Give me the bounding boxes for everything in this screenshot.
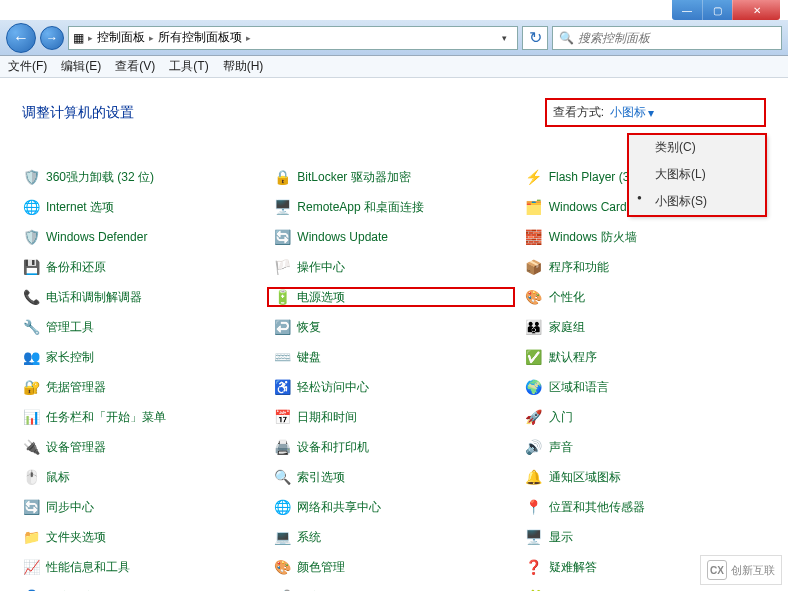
item-icon: 🛡️: [22, 228, 40, 246]
item-icon: 🛡️: [22, 168, 40, 186]
control-panel-item[interactable]: 📍位置和其他传感器: [525, 497, 766, 517]
view-by-dropdown: 类别(C) 大图标(L) 小图标(S): [628, 134, 766, 216]
control-panel-item[interactable]: 📞电话和调制解调器: [22, 287, 263, 307]
address-bar[interactable]: ▦ ▸ 控制面板 ▸ 所有控制面板项 ▸ ▾: [68, 26, 518, 50]
item-icon: 📅: [273, 408, 291, 426]
control-panel-item[interactable]: 👥家长控制: [22, 347, 263, 367]
item-label: 入门: [549, 409, 573, 426]
forward-button[interactable]: →: [40, 26, 64, 50]
view-option-category[interactable]: 类别(C): [629, 134, 765, 161]
control-panel-item[interactable]: 🎤语音识别: [273, 587, 514, 591]
item-label: 网络和共享中心: [297, 499, 381, 516]
item-icon: 👥: [22, 348, 40, 366]
item-label: 位置和其他传感器: [549, 499, 645, 516]
control-panel-item[interactable]: 💻系统: [273, 527, 514, 547]
control-panel-items: 🛡️360强力卸载 (32 位)🔒BitLocker 驱动器加密⚡Flash P…: [22, 167, 766, 591]
control-panel-item[interactable]: 🔔通知区域图标: [525, 467, 766, 487]
search-box[interactable]: 🔍: [552, 26, 782, 50]
view-by-control[interactable]: 查看方式: 小图标 ▾ 类别(C) 大图标(L) 小图标(S): [545, 98, 766, 127]
item-icon: 🏳️: [273, 258, 291, 276]
item-icon: 📊: [22, 408, 40, 426]
view-by-value: 小图标: [610, 104, 646, 121]
item-label: 设备管理器: [46, 439, 106, 456]
control-panel-item[interactable]: 🔧管理工具: [22, 317, 263, 337]
control-panel-item[interactable]: 🚀入门: [525, 407, 766, 427]
menu-file[interactable]: 文件(F): [8, 58, 47, 75]
item-label: Windows 防火墙: [549, 229, 637, 246]
control-panel-item[interactable]: 🔋电源选项: [267, 287, 514, 307]
control-panel-item[interactable]: 🔄Windows Update: [273, 227, 514, 247]
refresh-button[interactable]: ↻: [522, 26, 548, 50]
address-dropdown-icon[interactable]: ▾: [495, 33, 513, 43]
control-panel-item[interactable]: 📁文件夹选项: [22, 527, 263, 547]
item-label: 颜色管理: [297, 559, 345, 576]
control-panel-item[interactable]: 🔄同步中心: [22, 497, 263, 517]
item-icon: 📦: [525, 258, 543, 276]
breadcrumb-root[interactable]: 控制面板: [97, 29, 145, 46]
item-icon: 🔌: [22, 438, 40, 456]
control-panel-item[interactable]: ⌨️键盘: [273, 347, 514, 367]
menu-view[interactable]: 查看(V): [115, 58, 155, 75]
menu-help[interactable]: 帮助(H): [223, 58, 264, 75]
item-label: 360强力卸载 (32 位): [46, 169, 154, 186]
watermark: CX 创新互联: [700, 555, 782, 585]
item-icon: 💾: [22, 258, 40, 276]
control-panel-item[interactable]: 🛡️Windows Defender: [22, 227, 263, 247]
control-panel-item[interactable]: 🎨个性化: [525, 287, 766, 307]
control-panel-item[interactable]: ✅默认程序: [525, 347, 766, 367]
item-label: 文件夹选项: [46, 529, 106, 546]
control-panel-item[interactable]: 📅日期和时间: [273, 407, 514, 427]
item-icon: 🌐: [273, 498, 291, 516]
item-icon: ♿: [273, 378, 291, 396]
item-icon: 🖱️: [22, 468, 40, 486]
control-panel-item[interactable]: 🖱️鼠标: [22, 467, 263, 487]
breadcrumb-sep: ▸: [88, 33, 93, 43]
control-panel-item[interactable]: 🔍索引选项: [273, 467, 514, 487]
control-panel-item[interactable]: ♿轻松访问中心: [273, 377, 514, 397]
item-icon: 🔄: [273, 228, 291, 246]
watermark-logo: CX: [707, 560, 727, 580]
control-panel-item[interactable]: 📦程序和功能: [525, 257, 766, 277]
minimize-button[interactable]: —: [672, 0, 702, 20]
item-label: 声音: [549, 439, 573, 456]
control-panel-item[interactable]: ↩️恢复: [273, 317, 514, 337]
control-panel-item[interactable]: 👤用户帐户: [22, 587, 263, 591]
view-by-label: 查看方式:: [553, 104, 604, 121]
control-panel-item[interactable]: 🔊声音: [525, 437, 766, 457]
menu-edit[interactable]: 编辑(E): [61, 58, 101, 75]
item-icon: 📁: [22, 528, 40, 546]
control-panel-item[interactable]: 🔌设备管理器: [22, 437, 263, 457]
control-panel-item[interactable]: 🖥️RemoteApp 和桌面连接: [273, 197, 514, 217]
control-panel-item[interactable]: 🎨颜色管理: [273, 557, 514, 577]
control-panel-item[interactable]: 📈性能信息和工具: [22, 557, 263, 577]
item-icon: ⌨️: [273, 348, 291, 366]
back-button[interactable]: ←: [6, 23, 36, 53]
view-option-large[interactable]: 大图标(L): [629, 161, 765, 188]
control-panel-item[interactable]: 🔐凭据管理器: [22, 377, 263, 397]
control-panel-item[interactable]: 🌐网络和共享中心: [273, 497, 514, 517]
item-icon: 🗂️: [525, 198, 543, 216]
control-panel-item[interactable]: 🧱Windows 防火墙: [525, 227, 766, 247]
control-panel-item[interactable]: 🖥️显示: [525, 527, 766, 547]
search-input[interactable]: [578, 31, 775, 45]
control-panel-item[interactable]: 🧩桌面小工具: [525, 587, 766, 591]
breadcrumb-sep: ▸: [246, 33, 251, 43]
item-icon: 🔄: [22, 498, 40, 516]
control-panel-item[interactable]: 🌍区域和语言: [525, 377, 766, 397]
view-option-small[interactable]: 小图标(S): [629, 188, 765, 215]
control-panel-item[interactable]: 🖨️设备和打印机: [273, 437, 514, 457]
item-icon: 💻: [273, 528, 291, 546]
item-icon: 📞: [22, 288, 40, 306]
control-panel-item[interactable]: 🌐Internet 选项: [22, 197, 263, 217]
close-button[interactable]: ✕: [732, 0, 780, 20]
control-panel-item[interactable]: 👪家庭组: [525, 317, 766, 337]
item-label: 恢复: [297, 319, 321, 336]
menu-tools[interactable]: 工具(T): [169, 58, 208, 75]
control-panel-item[interactable]: 📊任务栏和「开始」菜单: [22, 407, 263, 427]
control-panel-item[interactable]: 🛡️360强力卸载 (32 位): [22, 167, 263, 187]
control-panel-item[interactable]: 🏳️操作中心: [273, 257, 514, 277]
maximize-button[interactable]: ▢: [702, 0, 732, 20]
control-panel-item[interactable]: 💾备份和还原: [22, 257, 263, 277]
breadcrumb-current[interactable]: 所有控制面板项: [158, 29, 242, 46]
control-panel-item[interactable]: 🔒BitLocker 驱动器加密: [273, 167, 514, 187]
